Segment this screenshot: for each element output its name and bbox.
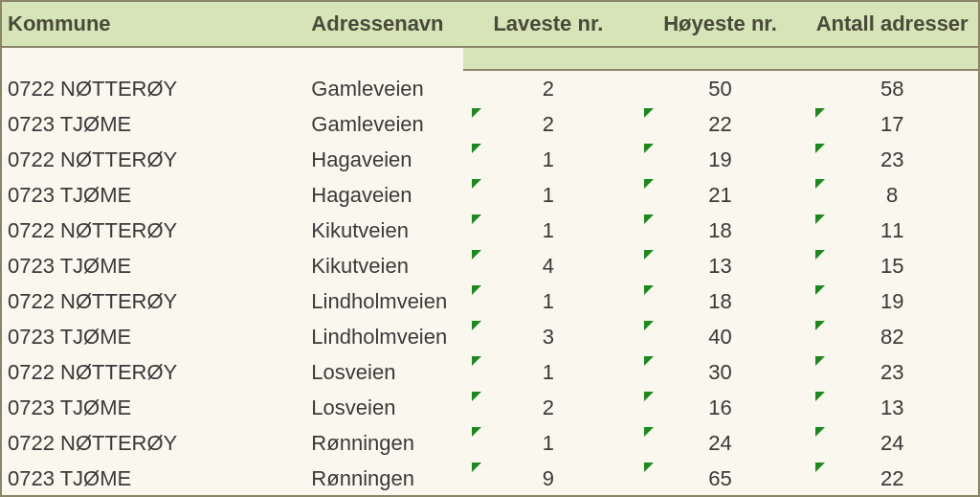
cell-value: 9 <box>543 466 554 491</box>
cell-value: 22 <box>880 466 903 491</box>
cell-value: 30 <box>708 360 731 385</box>
number-stored-as-text-icon <box>644 144 654 153</box>
spreadsheet-table: Kommune Adressenavn Laveste nr. Høyeste … <box>0 0 980 497</box>
table-row: 0722 NØTTERØYLindholmveien11819 <box>2 283 978 319</box>
number-stored-as-text-icon <box>472 144 481 153</box>
table-header-row: Kommune Adressenavn Laveste nr. Høyeste … <box>2 2 978 48</box>
cell-kommune: 0722 NØTTERØY <box>2 283 303 319</box>
cell-laveste: 1 <box>462 213 635 248</box>
number-stored-as-text-icon <box>472 356 481 366</box>
cell-value: 13 <box>708 254 731 279</box>
cell-hoyeste: 24 <box>635 425 807 461</box>
cell-value: 4 <box>543 254 554 279</box>
cell-hoyeste: 22 <box>635 106 807 142</box>
cell-kommune: 0722 NØTTERØY <box>2 142 303 177</box>
table-row: 0722 NØTTERØYRønningen12424 <box>2 425 978 461</box>
cell-antall: 17 <box>806 106 978 142</box>
table-row: 0723 TJØMEGamleveien22217 <box>2 106 978 142</box>
cell-kommune: 0723 TJØME <box>2 106 303 142</box>
cell-value: 1 <box>543 218 554 243</box>
table-row: 0722 NØTTERØYKikutveien11811 <box>2 213 978 248</box>
number-stored-as-text-icon <box>472 215 481 224</box>
cell-antall: 13 <box>806 390 978 425</box>
cell-value: 22 <box>708 112 731 137</box>
cell-laveste: 2 <box>462 106 635 142</box>
cell-adressenavn: Hagaveien <box>303 177 462 213</box>
cell-laveste: 1 <box>462 142 635 177</box>
cell-value: 21 <box>708 183 731 208</box>
number-stored-as-text-icon <box>815 144 825 153</box>
subheader-band <box>463 48 978 71</box>
number-stored-as-text-icon <box>472 392 481 401</box>
table-row: 0723 TJØMERønningen96522 <box>2 461 978 496</box>
table-row: 0722 NØTTERØYHagaveien11923 <box>2 142 978 177</box>
cell-laveste: 2 <box>462 71 635 106</box>
cell-value: 15 <box>880 254 903 279</box>
cell-value: 16 <box>708 395 731 420</box>
number-stored-as-text-icon <box>815 321 825 330</box>
number-stored-as-text-icon <box>815 392 825 401</box>
cell-kommune: 0723 TJØME <box>2 461 303 496</box>
cell-value: 1 <box>543 360 554 385</box>
cell-value: 24 <box>880 431 903 456</box>
cell-laveste: 1 <box>462 177 635 213</box>
cell-value: 65 <box>708 466 731 491</box>
table-row: 0722 NØTTERØYLosveien13023 <box>2 354 978 390</box>
number-stored-as-text-icon <box>644 108 654 118</box>
cell-hoyeste: 18 <box>635 283 807 319</box>
cell-kommune: 0723 TJØME <box>2 177 303 213</box>
cell-kommune: 0723 TJØME <box>2 319 303 354</box>
number-stored-as-text-icon <box>472 250 481 260</box>
cell-laveste: 3 <box>462 319 635 354</box>
header-antall: Antall adresser <box>806 2 978 46</box>
cell-value: 2 <box>543 112 554 137</box>
cell-adressenavn: Rønningen <box>303 425 462 461</box>
cell-laveste: 9 <box>462 461 635 496</box>
number-stored-as-text-icon <box>815 108 825 118</box>
number-stored-as-text-icon <box>644 321 654 330</box>
number-stored-as-text-icon <box>644 463 654 472</box>
cell-laveste: 4 <box>462 248 635 283</box>
cell-hoyeste: 40 <box>635 319 807 354</box>
number-stored-as-text-icon <box>815 285 825 295</box>
cell-value: 19 <box>708 147 731 172</box>
cell-value: 40 <box>708 325 731 350</box>
table-body: 0722 NØTTERØYGamleveien250580723 TJØMEGa… <box>2 71 978 496</box>
cell-antall: 24 <box>806 425 978 461</box>
cell-adressenavn: Lindholmveien <box>303 283 462 319</box>
cell-value: 2 <box>543 77 554 102</box>
number-stored-as-text-icon <box>472 179 481 189</box>
header-adressenavn: Adressenavn <box>303 2 462 46</box>
cell-kommune: 0723 TJØME <box>2 248 303 283</box>
cell-value: 13 <box>880 395 903 420</box>
number-stored-as-text-icon <box>644 356 654 366</box>
cell-antall: 11 <box>806 213 978 248</box>
cell-kommune: 0722 NØTTERØY <box>2 354 303 390</box>
cell-antall: 15 <box>806 248 978 283</box>
cell-laveste: 1 <box>462 283 635 319</box>
number-stored-as-text-icon <box>644 392 654 401</box>
cell-value: 18 <box>708 218 731 243</box>
cell-kommune: 0722 NØTTERØY <box>2 213 303 248</box>
cell-kommune: 0723 TJØME <box>2 390 303 425</box>
header-kommune: Kommune <box>2 2 303 46</box>
number-stored-as-text-icon <box>815 179 825 189</box>
cell-antall: 23 <box>806 354 978 390</box>
number-stored-as-text-icon <box>644 215 654 224</box>
cell-adressenavn: Kikutveien <box>303 213 462 248</box>
cell-antall: 23 <box>806 142 978 177</box>
cell-antall: 82 <box>806 319 978 354</box>
cell-value: 1 <box>543 183 554 208</box>
table-row: 0723 TJØMEHagaveien1218 <box>2 177 978 213</box>
cell-value: 82 <box>880 325 903 350</box>
number-stored-as-text-icon <box>472 285 481 295</box>
cell-value: 17 <box>880 112 903 137</box>
table-row: 0723 TJØMELosveien21613 <box>2 390 978 425</box>
cell-hoyeste: 18 <box>635 213 807 248</box>
cell-adressenavn: Kikutveien <box>303 248 462 283</box>
cell-value: 1 <box>543 147 554 172</box>
cell-value: 24 <box>708 431 731 456</box>
table-row: 0722 NØTTERØYGamleveien25058 <box>2 71 978 106</box>
table-row: 0723 TJØMELindholmveien34082 <box>2 319 978 354</box>
number-stored-as-text-icon <box>644 250 654 260</box>
